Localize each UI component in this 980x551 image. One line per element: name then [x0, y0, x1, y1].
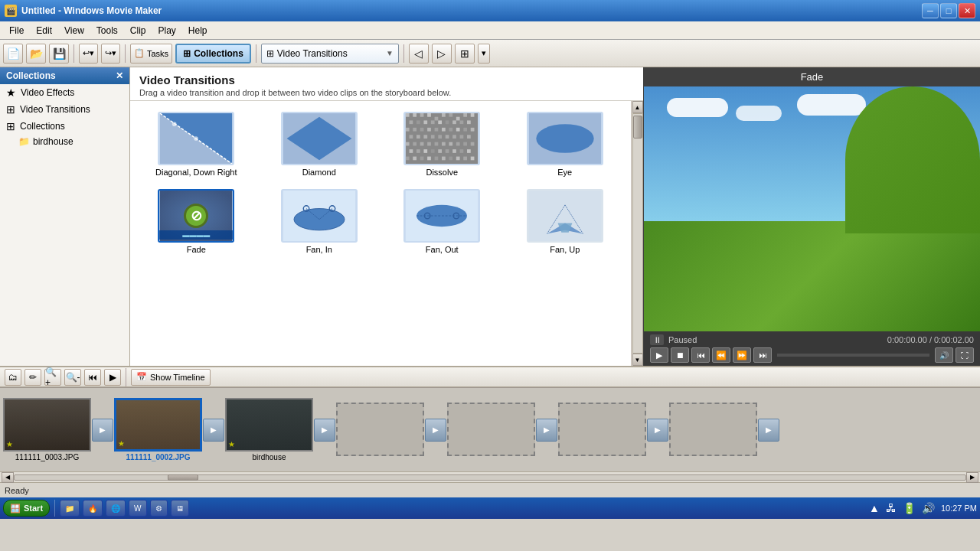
- start-button[interactable]: 🪟 Start: [3, 500, 50, 517]
- sidebar-item-video-transitions[interactable]: ⊞ Video Transitions: [0, 101, 129, 118]
- transition-slot-6[interactable]: ▶: [646, 411, 669, 449]
- transition-arrow-btn-5[interactable]: ▶: [536, 419, 557, 442]
- storyboard-clip-3[interactable]: ★ birdhouse: [225, 398, 313, 461]
- maximize-button[interactable]: □: [940, 3, 957, 18]
- collections-button[interactable]: ⊞ Collections: [175, 44, 251, 64]
- scroll-thumb[interactable]: [633, 116, 642, 139]
- taskbar-app-ie[interactable]: 🌐: [106, 500, 126, 517]
- transition-arrow-btn-6[interactable]: ▶: [647, 419, 668, 442]
- tray-arrow-icon[interactable]: ▲: [869, 502, 880, 514]
- storyboard-tool-1[interactable]: 🗂: [5, 369, 21, 386]
- svg-rect-24: [452, 120, 456, 124]
- tray-battery-icon[interactable]: 🔋: [903, 502, 916, 514]
- folder-icon: 📁: [18, 136, 30, 147]
- view-button[interactable]: ⊞: [455, 44, 475, 64]
- scroll-up-button[interactable]: ▲: [632, 101, 643, 113]
- taskbar-app-firefox[interactable]: 🔥: [83, 500, 103, 517]
- storyboard-clip-1[interactable]: ★ 111111_0003.JPG: [3, 398, 91, 461]
- panel-close-button[interactable]: ✕: [116, 70, 123, 81]
- svg-rect-37: [410, 135, 413, 139]
- transition-slot-2[interactable]: ▶: [202, 411, 225, 449]
- transition-diamond[interactable]: Diamond: [261, 109, 378, 180]
- close-button[interactable]: ✕: [959, 3, 975, 18]
- preview-volume-button[interactable]: 🔊: [935, 347, 953, 363]
- window-controls[interactable]: ─ □ ✕: [922, 3, 975, 18]
- scroll-right-button[interactable]: ▶: [966, 472, 978, 483]
- svg-rect-28: [413, 128, 417, 132]
- storyboard-scroll-thumb[interactable]: [168, 474, 198, 481]
- taskbar-app-word[interactable]: W: [129, 500, 146, 517]
- menu-tools[interactable]: Tools: [90, 24, 124, 37]
- transition-slot-7[interactable]: ▶: [757, 411, 780, 449]
- transition-fade[interactable]: ⊘ ▬▬▬▬ Fade: [138, 186, 255, 257]
- tasks-button[interactable]: 📋 Tasks: [130, 44, 172, 64]
- taskbar-right: ▲ 🖧 🔋 🔊 10:27 PM: [869, 502, 977, 514]
- menu-edit[interactable]: Edit: [30, 24, 58, 37]
- menu-clip[interactable]: Clip: [124, 24, 152, 37]
- taskbar-app-settings[interactable]: ⚙: [150, 500, 168, 517]
- save-button[interactable]: 💾: [49, 44, 69, 64]
- storyboard-tool-2[interactable]: ✏: [24, 369, 41, 386]
- transition-arrow-btn-4[interactable]: ▶: [425, 419, 446, 442]
- sidebar-item-collections[interactable]: ⊞ Collections: [0, 118, 129, 135]
- transition-eye[interactable]: Eye: [507, 109, 624, 180]
- preview-fwd-button[interactable]: ⏩: [733, 347, 751, 363]
- minimize-button[interactable]: ─: [922, 3, 939, 18]
- transition-arrow-btn-7[interactable]: ▶: [758, 419, 779, 442]
- preview-play-button[interactable]: ▶: [650, 347, 668, 363]
- svg-point-3: [172, 122, 177, 126]
- rewind-button[interactable]: ⏮: [84, 369, 101, 386]
- transitions-nav-icon: ⊞: [6, 103, 15, 116]
- transition-fan-in[interactable]: Fan, In: [261, 186, 378, 257]
- undo-button[interactable]: ↩▾: [79, 44, 98, 64]
- transition-arrow-btn-2[interactable]: ▶: [203, 419, 224, 442]
- preview-back-button[interactable]: ⏪: [712, 347, 730, 363]
- zoom-out-button[interactable]: 🔍-: [64, 369, 81, 386]
- scroll-down-button[interactable]: ▼: [632, 354, 643, 366]
- transition-diagonal-down-right[interactable]: Diagonal, Down Right: [138, 109, 255, 180]
- svg-point-4: [194, 136, 198, 141]
- preview-stop-button[interactable]: ⏹: [671, 347, 689, 363]
- clip-thumb-3[interactable]: ★: [225, 398, 313, 452]
- redo-button[interactable]: ↪▾: [101, 44, 120, 64]
- zoom-in-button[interactable]: 🔍+: [44, 369, 61, 386]
- cloud-3: [797, 94, 866, 116]
- scroll-left-button[interactable]: ◀: [2, 472, 14, 483]
- transition-fan-out[interactable]: Fan, Out: [384, 186, 501, 257]
- transition-fan-up[interactable]: Fan, Up: [507, 186, 624, 257]
- preview-fullscreen-button[interactable]: ⛶: [956, 347, 974, 363]
- toolbar-separator-1: [74, 44, 74, 63]
- transition-arrow-btn-3[interactable]: ▶: [314, 419, 335, 442]
- storyboard-clip-2[interactable]: ★ 111111_0002.JPG: [114, 398, 202, 461]
- view-dropdown-button[interactable]: ▾: [478, 44, 490, 64]
- show-timeline-button[interactable]: 📅 Show Timeline: [131, 369, 211, 386]
- new-button[interactable]: 📄: [3, 44, 23, 64]
- menu-help[interactable]: Help: [182, 24, 214, 37]
- tray-volume-icon[interactable]: 🔊: [922, 502, 935, 514]
- taskbar-app-media[interactable]: 🖥: [171, 500, 189, 517]
- play-storyboard-button[interactable]: ▶: [104, 369, 121, 386]
- clip-thumb-2[interactable]: ★: [114, 398, 202, 452]
- menu-view[interactable]: View: [58, 24, 90, 37]
- tray-network-icon[interactable]: 🖧: [886, 502, 897, 514]
- svg-rect-14: [449, 113, 453, 117]
- sidebar-item-video-effects[interactable]: ★ Video Effects: [0, 84, 129, 101]
- transition-slot-1[interactable]: ▶: [91, 411, 114, 449]
- preview-prev-button[interactable]: ⏮: [691, 347, 710, 363]
- transition-slot-5[interactable]: ▶: [535, 411, 558, 449]
- transition-slot-4[interactable]: ▶: [424, 411, 447, 449]
- sidebar-item-birdhouse[interactable]: 📁 birdhouse: [0, 135, 129, 148]
- taskbar-app-explorer[interactable]: 📁: [60, 500, 80, 517]
- transition-arrow-btn-1[interactable]: ▶: [92, 419, 113, 442]
- menu-file[interactable]: File: [3, 24, 30, 37]
- preview-slider[interactable]: [777, 354, 929, 357]
- clip-thumb-1[interactable]: ★: [3, 398, 91, 452]
- forward-button[interactable]: ▷: [432, 44, 452, 64]
- open-button[interactable]: 📂: [26, 44, 46, 64]
- preview-next-button[interactable]: ⏭: [753, 347, 772, 363]
- back-button[interactable]: ◁: [409, 44, 429, 64]
- transition-dissolve[interactable]: Dissolve: [384, 109, 501, 180]
- menu-play[interactable]: Play: [152, 24, 182, 37]
- video-transitions-dropdown[interactable]: ⊞ Video Transitions ▼: [261, 44, 399, 64]
- transition-slot-3[interactable]: ▶: [313, 411, 336, 449]
